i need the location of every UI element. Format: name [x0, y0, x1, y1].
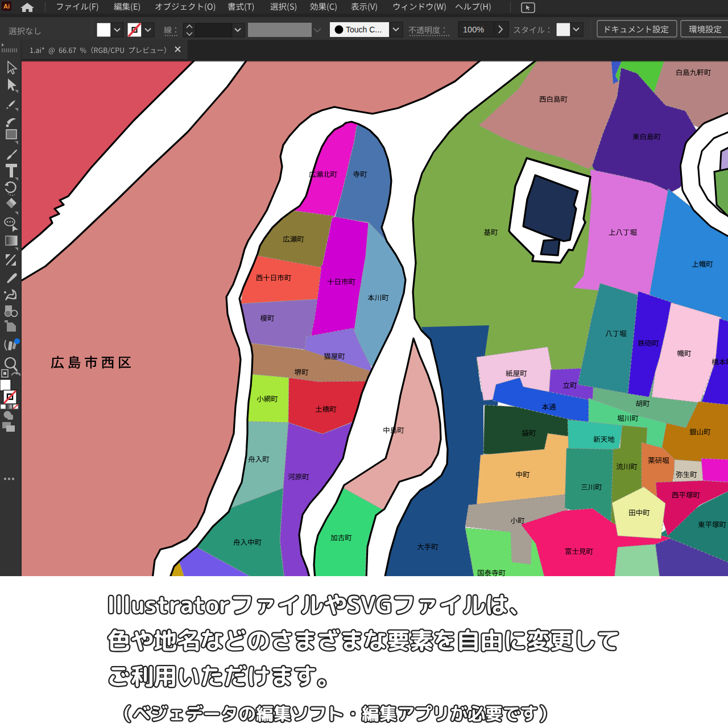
svg-text:100%: 100%	[463, 25, 484, 34]
svg-text:Touch C...: Touch C...	[346, 25, 382, 34]
svg-text:Ai: Ai	[3, 3, 10, 10]
